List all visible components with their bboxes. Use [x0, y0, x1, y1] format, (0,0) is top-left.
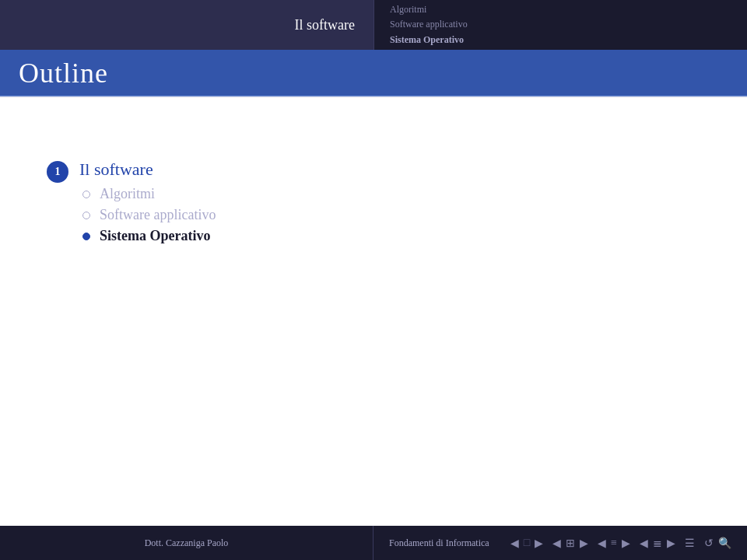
nav-list-icon: ≡: [611, 537, 617, 549]
footer-course: Fondamenti di Informatica: [389, 537, 489, 549]
section-1-content: Il software Algoritmi Software applicati…: [79, 159, 216, 249]
subsection-list-1: Algoritmi Software applicativo Sistema O…: [79, 186, 216, 249]
subsection-label-sistema-operativo: Sistema Operativo: [100, 228, 210, 244]
footer-right: Fondamenti di Informatica ◀ □ ▶ ◀ ⊞ ▶ ◀ …: [374, 537, 747, 550]
nav-next-item[interactable]: ▶: [622, 537, 630, 550]
nav-next-sub[interactable]: ▶: [667, 537, 675, 550]
nav-prev-section[interactable]: ◀: [552, 537, 561, 550]
nav-zoom-out[interactable]: 🔍: [718, 537, 731, 550]
header-nav: Algoritmi Software applicativo Sistema O…: [374, 0, 747, 50]
header-slide-title: Il software: [295, 17, 355, 33]
nav-menu-icon[interactable]: ☰: [685, 537, 695, 550]
footer: Dott. Cazzaniga Paolo Fondamenti di Info…: [0, 526, 747, 560]
nav-prev-sub[interactable]: ◀: [640, 537, 648, 550]
nav-item-software-applicativo[interactable]: Software applicativo: [390, 17, 747, 32]
bullet-empty-icon: [82, 191, 90, 198]
section-1-title: Il software: [79, 159, 216, 180]
footer-controls: ◀ □ ▶ ◀ ⊞ ▶ ◀ ≡ ▶ ◀ ≣ ▶ ☰ ↺ 🔍: [510, 537, 731, 550]
nav-item-algoritmi[interactable]: Algoritmi: [390, 2, 747, 17]
nav-next-section[interactable]: ▶: [580, 537, 588, 550]
outline-header: Outline: [0, 50, 747, 96]
outline-title: Outline: [19, 57, 108, 89]
outline-list: 1 Il software Algoritmi Software applica…: [47, 159, 216, 258]
subsection-label-algoritmi: Algoritmi: [100, 186, 155, 202]
nav-prev-frame[interactable]: ◀: [510, 537, 519, 550]
subsection-algoritmi: Algoritmi: [82, 186, 216, 202]
section-1: 1 Il software Algoritmi Software applica…: [47, 159, 216, 249]
header-bar: Il software Algoritmi Software applicati…: [0, 0, 747, 50]
nav-item-sistema-operativo[interactable]: Sistema Operativo: [390, 33, 747, 47]
main-content: 1 Il software Algoritmi Software applica…: [0, 97, 747, 527]
subsection-label-software-applicativo: Software applicativo: [100, 207, 216, 223]
nav-next-frame[interactable]: ▶: [535, 537, 543, 550]
footer-left: Dott. Cazzaniga Paolo: [0, 526, 374, 560]
section-number-1: 1: [47, 161, 68, 183]
nav-sublist-icon: ≣: [653, 537, 662, 550]
header-left: Il software: [0, 0, 374, 50]
bullet-filled-icon: [82, 233, 90, 240]
footer-author: Dott. Cazzaniga Paolo: [145, 537, 229, 549]
nav-back[interactable]: ↺: [704, 537, 714, 550]
nav-frame-icon: ⊞: [566, 537, 575, 550]
subsection-sistema-operativo: Sistema Operativo: [82, 228, 216, 244]
nav-sep-1: □: [524, 537, 530, 549]
subsection-software-applicativo: Software applicativo: [82, 207, 216, 223]
nav-prev-item[interactable]: ◀: [598, 537, 606, 550]
bullet-empty-icon-2: [82, 212, 90, 219]
